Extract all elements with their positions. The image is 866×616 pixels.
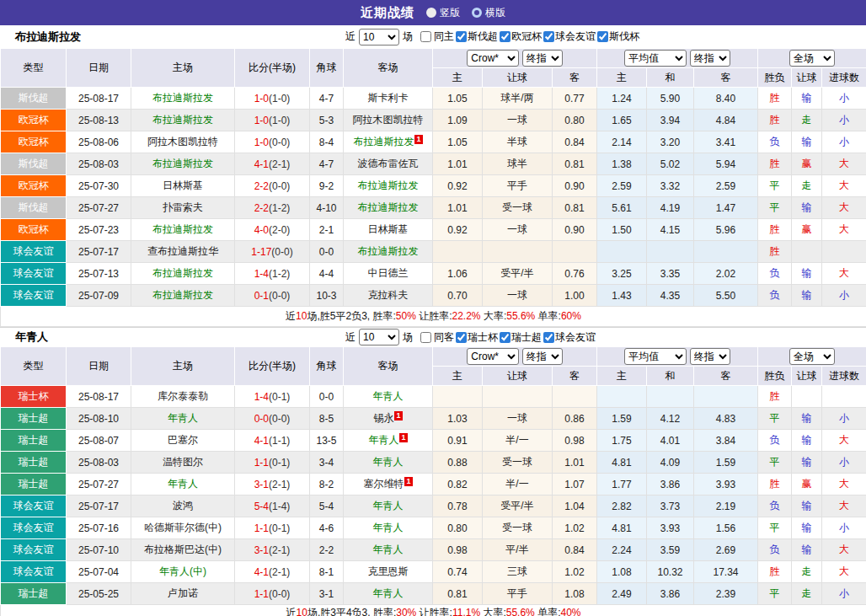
average-odds-draw: 4.01 — [647, 430, 694, 452]
away-team-name[interactable]: 阿拉木图凯拉特 — [353, 114, 424, 126]
away-team-name[interactable]: 年青人 — [373, 456, 404, 468]
home-team-name[interactable]: 年青人 — [168, 412, 198, 424]
average-select[interactable]: 平均值 — [624, 50, 687, 67]
match-count-select[interactable]: 10 — [359, 29, 399, 46]
average-final-select[interactable]: 终指 — [690, 50, 730, 67]
same-venue-checkbox[interactable] — [420, 31, 431, 42]
home-team-name[interactable]: 哈德斯菲尔德(中) — [144, 522, 222, 533]
away-team-name[interactable]: 年青人 — [373, 544, 404, 555]
away-team-cell-content: 年青人 — [373, 544, 404, 555]
average-final-select[interactable]: 终指 — [690, 348, 730, 365]
home-team-name[interactable]: 年青人 — [168, 478, 198, 490]
league-filter-checkbox[interactable] — [543, 31, 554, 42]
home-team-name[interactable]: 库尔泰泰勒 — [158, 390, 208, 402]
away-team-name[interactable]: 克里恩斯 — [368, 565, 409, 577]
odds-source-select[interactable]: Crow* — [467, 348, 519, 365]
away-team-name[interactable]: 年青人 — [373, 587, 404, 599]
scope-select[interactable]: 全场 — [789, 50, 835, 67]
league-filter-2[interactable]: 球会友谊 — [542, 29, 596, 44]
away-team-name[interactable]: 年青人 — [373, 390, 404, 402]
home-team-name[interactable]: 布拉迪斯拉发 — [152, 289, 213, 301]
handicap-result — [792, 241, 822, 263]
league-filter-1[interactable]: 瑞士超 — [498, 330, 542, 345]
average-odds-home: 1.50 — [597, 219, 647, 241]
match-date: 25-07-09 — [67, 285, 131, 307]
league-filter-0[interactable]: 斯伐超 — [454, 29, 498, 44]
home-team-name[interactable]: 日林斯基 — [163, 179, 203, 191]
league-filter-checkbox[interactable] — [456, 332, 467, 343]
goals-result: 大 — [822, 197, 866, 219]
home-team-cell: 布拉迪斯拉发 — [131, 88, 235, 110]
league-filter-checkbox[interactable] — [500, 332, 511, 343]
handicap-result: 赢 — [792, 474, 822, 495]
away-team-name[interactable]: 布拉迪斯拉发 — [358, 179, 419, 191]
handicap-odds-away: 0.80 — [553, 110, 597, 131]
home-team-name[interactable]: 巴塞尔 — [168, 434, 198, 446]
home-team-name[interactable]: 布拉迪斯拉发 — [152, 223, 213, 235]
radio-vertical-label: 竖版 — [440, 6, 460, 20]
scope-select[interactable]: 全场 — [789, 348, 835, 365]
league-filter-0[interactable]: 瑞士杯 — [454, 330, 498, 345]
match-date: 25-07-30 — [67, 175, 131, 197]
home-team-name[interactable]: 布拉迪斯拉发 — [152, 158, 213, 169]
goals-result: 大 — [822, 153, 866, 175]
league-filter-1[interactable]: 欧冠杯 — [498, 29, 542, 44]
away-team-name[interactable]: 年青人 — [368, 434, 398, 446]
same-venue-filter[interactable]: 同客 — [413, 330, 454, 345]
away-team-name[interactable]: 波德布雷佐瓦 — [358, 158, 419, 169]
league-filter-checkbox[interactable] — [500, 31, 511, 42]
match-row: 斯伐超25-08-17布拉迪斯拉发1-0(1-0)4-7斯卡利卡1.05球半/两… — [1, 88, 866, 110]
home-team-name[interactable]: 查布拉迪斯拉华 — [147, 245, 218, 257]
league-filter-3[interactable]: 斯伐杯 — [596, 29, 639, 44]
red-card-badge: 1 — [394, 411, 402, 420]
odds-final-select[interactable]: 终指 — [522, 50, 563, 67]
same-venue-checkbox[interactable] — [420, 332, 431, 343]
same-venue-label: 同主 — [434, 29, 454, 44]
home-team-name[interactable]: 卢加诺 — [168, 587, 198, 599]
home-team-name[interactable]: 布拉迪斯拉发 — [152, 114, 213, 126]
team-section-header: 布拉迪斯拉发近10场同主斯伐超欧冠杯球会友谊斯伐杯 — [0, 25, 866, 48]
away-team-name[interactable]: 中日德兰 — [368, 267, 409, 279]
handicap-odds-home: 0.70 — [433, 285, 483, 307]
away-team-name[interactable]: 布拉迪斯拉发 — [358, 245, 419, 257]
home-team-name[interactable]: 年青人(中) — [159, 565, 206, 577]
same-venue-filter[interactable]: 同主 — [413, 29, 454, 44]
away-team-name[interactable]: 锡永 — [373, 412, 393, 424]
away-team-name[interactable]: 年青人 — [373, 500, 404, 512]
score-cell: 4-1(2-1) — [235, 561, 310, 583]
odds-source-select[interactable]: Crow* — [467, 50, 519, 67]
away-team-name[interactable]: 日林斯基 — [368, 223, 409, 235]
radio-horizontal-layout[interactable]: 横版 — [472, 6, 505, 20]
league-filter-2[interactable]: 球会友谊 — [542, 330, 596, 345]
league-filter-checkbox[interactable] — [456, 31, 467, 42]
odds-final-select[interactable]: 终指 — [522, 348, 563, 365]
away-team-name[interactable]: 克拉科夫 — [368, 289, 409, 301]
home-team-name[interactable]: 温特图尔 — [163, 456, 203, 468]
average-odds-home: 1.24 — [597, 88, 647, 110]
header-col-score: 比分(半场) — [235, 347, 310, 386]
radio-vertical-layout[interactable]: 竖版 — [426, 6, 460, 20]
home-team-name[interactable]: 布拉迪斯拉发 — [152, 92, 213, 104]
away-team-name[interactable]: 塞尔维特 — [363, 478, 404, 490]
average-odds-away: 5.94 — [694, 153, 758, 175]
home-team-name[interactable]: 阿拉木图凯拉特 — [147, 136, 218, 147]
home-team-name[interactable]: 波鸿 — [173, 500, 193, 512]
league-filter-checkbox[interactable] — [543, 332, 554, 343]
average-odds-away: 1.59 — [694, 452, 758, 474]
average-select[interactable]: 平均值 — [624, 348, 687, 365]
recent-results-page: 近期战绩 竖版 横版 布拉迪斯拉发近10场同主斯伐超欧冠杯球会友谊斯伐杯类型日期… — [0, 0, 866, 616]
header-col-type: 类型 — [1, 49, 67, 88]
header-col-date: 日期 — [67, 49, 131, 88]
away-team-name[interactable]: 斯卡利卡 — [368, 92, 409, 104]
league-filter-checkbox[interactable] — [597, 31, 608, 42]
away-team-cell-content: 布拉迪斯拉发 — [358, 201, 419, 213]
home-team-name[interactable]: 布拉迪斯拉发 — [152, 267, 213, 279]
corner-count: 4-4 — [310, 263, 344, 285]
home-team-name[interactable]: 布拉格斯巴达(中) — [144, 544, 222, 555]
away-team-name[interactable]: 年青人 — [373, 522, 404, 533]
match-count-select[interactable]: 10 — [359, 329, 399, 345]
away-team-name[interactable]: 布拉迪斯拉发 — [353, 136, 414, 147]
home-team-name[interactable]: 扑雷索夫 — [163, 201, 203, 213]
away-team-name[interactable]: 布拉迪斯拉发 — [358, 201, 419, 213]
header-sub-col-3: 主 — [597, 68, 647, 88]
